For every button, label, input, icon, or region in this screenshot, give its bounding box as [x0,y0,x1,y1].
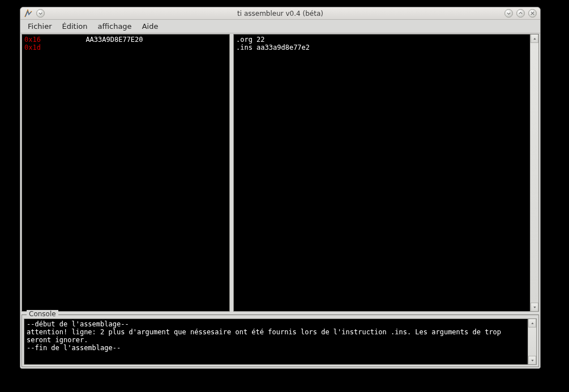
scroll-up-button[interactable] [528,319,536,328]
menu-round-button[interactable] [36,9,45,18]
menu-edit[interactable]: Édition [57,20,93,32]
content-area: 0x16 AA33A9D8E77E20 0x1d .org 22 .ins aa… [20,33,540,368]
window-title: ti assembleur v0.4 (béta) [20,10,540,18]
disassembly-text[interactable]: 0x16 AA33A9D8E77E20 0x1d [22,35,229,311]
titlebar: ti assembleur v0.4 (béta) [20,7,540,20]
disassembly-pane: 0x16 AA33A9D8E77E20 0x1d [22,34,230,312]
maximize-button[interactable] [516,9,525,18]
menu-view[interactable]: affichage [92,20,136,32]
console-label: Console [27,310,58,318]
menubar: Fichier Édition affichage Aide [20,20,540,33]
close-button[interactable] [528,9,537,18]
menu-help[interactable]: Aide [137,20,164,32]
scroll-down-button[interactable] [531,303,538,311]
scroll-down-button[interactable] [528,356,536,364]
source-pane: .org 22 .ins aa33a9d8e77e2 [233,34,539,312]
source-text[interactable]: .org 22 .ins aa33a9d8e77e2 [234,35,530,311]
source-scrollbar[interactable] [530,35,538,311]
minimize-button[interactable] [504,9,513,18]
app-icon [24,9,33,18]
console-frame: Console --début de l'assemblage-- attent… [22,315,539,367]
app-window: ti assembleur v0.4 (béta) Fichier Éditio… [20,7,541,369]
console-scrollbar[interactable] [528,319,536,364]
console-output[interactable]: --début de l'assemblage-- attention! lig… [24,319,528,364]
menu-file[interactable]: Fichier [23,20,57,32]
scroll-up-button[interactable] [531,35,538,43]
